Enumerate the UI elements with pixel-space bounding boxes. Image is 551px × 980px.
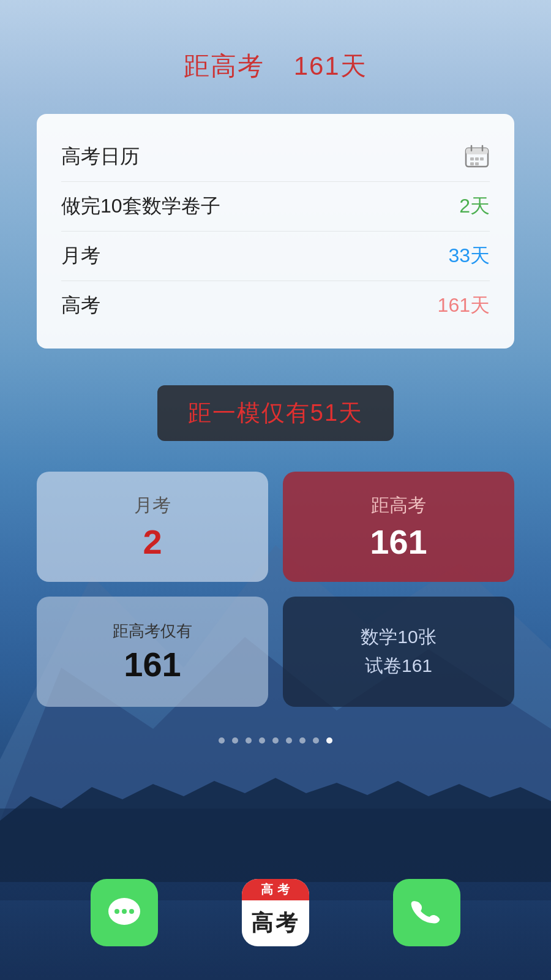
page-dot-3 [246,737,252,744]
page-dot-2 [232,737,238,744]
svg-point-15 [122,909,127,914]
phone-handset-icon [408,894,445,931]
top-countdown-days: 161天 [294,51,367,80]
card-title: 高考日历 [61,143,140,170]
card-header-row: 高考日历 [61,132,490,181]
card-row-yuekao: 月考 33天 [61,231,490,281]
page-dot-1 [219,737,225,744]
dock-gaokao-icon[interactable]: 高 考 高考 [242,879,309,946]
svg-rect-8 [470,157,474,160]
svg-point-14 [114,909,119,914]
page-dots [219,737,332,744]
page-dot-9 [326,737,332,744]
card-row-math: 做完10套数学卷子 2天 [61,181,490,231]
widget-ju-gaokao-label: 距高考 [371,493,426,518]
widget-ju-gaokao-number: 161 [370,523,427,561]
card-row-gaokao-label: 高考 [61,292,100,319]
card-row-yuekao-label: 月考 [61,243,100,270]
svg-rect-10 [480,157,484,160]
page-dot-7 [299,737,305,744]
svg-rect-9 [475,157,479,160]
gaokao-top-bar: 高 考 [242,879,309,900]
calendar-icon [464,144,490,170]
page-dot-5 [272,737,279,744]
card-row-gaokao-value: 161天 [438,292,490,319]
card-row-yuekao-value: 33天 [448,243,490,270]
page-dot-4 [259,737,265,744]
widget-ju-gaokao[interactable]: 距高考 161 [283,472,514,582]
dock-messages-icon[interactable] [91,879,158,946]
widget-yuekao[interactable]: 月考 2 [37,472,268,582]
widget-shuxue-label2: 试卷161 [365,654,432,679]
widget-shuxue-label: 数学10张 [361,625,436,650]
widget-ju-gaokao-jin-you-number: 161 [124,646,181,684]
card-widget: 高考日历 做完10套数学卷子 2天 月考 [37,114,514,349]
widget-grid: 月考 2 距高考 161 距高考仅有 161 数学10张 试卷161 [37,472,514,707]
widget-ju-gaokao-jin-you-label: 距高考仅有 [113,620,192,642]
widget-shuxue[interactable]: 数学10张 试卷161 [283,597,514,707]
widget-yuekao-label: 月考 [134,493,171,518]
yi-mo-badge: 距一模仅有51天 [157,385,394,441]
dock-phone-icon[interactable] [393,879,460,946]
gaokao-bottom-text: 高考 [251,900,300,946]
svg-point-16 [129,909,134,914]
card-row-gaokao: 高考 161天 [61,281,490,330]
page-dot-8 [313,737,319,744]
widget-ju-gaokao-jin-you[interactable]: 距高考仅有 161 [37,597,268,707]
top-countdown: 距高考 161天 [184,49,367,83]
card-row-math-value: 2天 [459,193,490,220]
top-countdown-label: 距高考 [184,51,264,80]
svg-rect-11 [470,162,474,165]
page-dot-6 [286,737,292,744]
messages-bubble-icon [105,893,144,933]
dock: 高 考 高考 [0,858,551,980]
svg-rect-12 [475,162,479,165]
content-layer: 距高考 161天 高考日历 [0,0,551,980]
widget-yuekao-number: 2 [143,523,162,561]
card-row-math-label: 做完10套数学卷子 [61,193,220,220]
svg-rect-5 [466,148,488,154]
yi-mo-text: 距一模仅有51天 [188,400,363,426]
